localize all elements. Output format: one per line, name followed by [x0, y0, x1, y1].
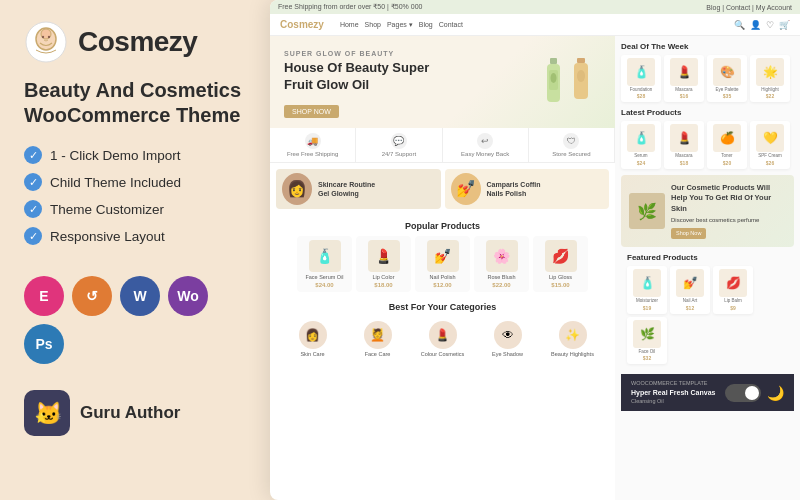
category-face[interactable]: 💆 Face Care: [347, 321, 408, 357]
author-badge: 🐱 ⭐: [24, 390, 70, 436]
deal-title: Deal Of The Week: [621, 42, 794, 51]
deal-product-1[interactable]: 🧴 Foundation $28: [621, 55, 661, 102]
search-icon[interactable]: 🔍: [734, 20, 745, 30]
deal-product-img-2: 💄: [670, 58, 698, 86]
deal-product-name-3: Eye Palette: [715, 87, 738, 92]
svg-rect-11: [577, 58, 585, 63]
nav-blog[interactable]: Blog: [419, 21, 433, 29]
tech-icon-wordpress: W: [120, 276, 160, 316]
mockup-nav: Cosmezy Home Shop Pages ▾ Blog Contact 🔍…: [270, 14, 800, 36]
product-name-4: Rose Blush: [487, 274, 515, 281]
product-card-2[interactable]: 💄 Lip Color $18.00: [356, 236, 411, 293]
cat-name-highlight: Beauty Highlights: [551, 351, 594, 357]
mockup-left-col: SUPER GLOW OF BEAUTY House Of Beauty Sup…: [270, 36, 615, 500]
deal-product-4[interactable]: 🌟 Highlight $22: [750, 55, 790, 102]
nav-home[interactable]: Home: [340, 21, 359, 29]
deal-product-price-4: $22: [766, 93, 774, 99]
tech-icons-row: E ↺ W Wo Ps: [24, 276, 246, 364]
hero-cta-button[interactable]: SHOP NOW: [284, 105, 339, 118]
mockup-right-col: Deal Of The Week 🧴 Foundation $28 💄 Masc…: [615, 36, 800, 500]
product-card-4[interactable]: 🌸 Rose Blush $22.00: [474, 236, 529, 293]
category-highlight[interactable]: ✨ Beauty Highlights: [542, 321, 603, 357]
promo-img-skincare: 👩: [282, 173, 312, 205]
product-card-3[interactable]: 💅 Nail Polish $12.00: [415, 236, 470, 293]
deal-product-2[interactable]: 💄 Mascara $16: [664, 55, 704, 102]
mid-banner-subtitle: Discover best cosmetics perfume: [671, 217, 759, 223]
featured-product-img-1: 🧴: [633, 269, 661, 297]
topbar-links: Blog | Contact | My Account: [706, 4, 792, 11]
latest-product-3[interactable]: 🍊 Toner $20: [707, 121, 747, 168]
mid-banner-img: 🌿: [629, 193, 665, 229]
bottle-svg-2: [570, 56, 592, 106]
featured-product-price-1: $19: [643, 305, 651, 311]
shipping-text: Free Free Shipping: [287, 151, 338, 157]
latest-product-img-2: 💄: [670, 124, 698, 152]
featured-product-name-1: Moisturizer: [636, 298, 658, 303]
product-name-2: Lip Color: [372, 274, 394, 281]
check-icon: ✓: [24, 200, 42, 218]
latest-product-name-4: SPF Cream: [758, 153, 782, 158]
nav-contact[interactable]: Contact: [439, 21, 463, 29]
promo-banner-nails: 💅 Camparis CoffinNails Polish: [445, 169, 610, 209]
deal-product-price-3: $35: [723, 93, 731, 99]
category-eye[interactable]: 👁 Eye Shadow: [477, 321, 538, 357]
account-icon[interactable]: 👤: [750, 20, 761, 30]
product-card-5[interactable]: 💋 Lip Gloss $15.00: [533, 236, 588, 293]
svg-point-4: [48, 36, 50, 38]
feature-item: ✓Responsive Layout: [24, 227, 246, 245]
deal-product-img-1: 🧴: [627, 58, 655, 86]
shipping-icon: 🚚: [305, 133, 321, 149]
feature-icons-row: 🚚 Free Free Shipping 💬 24/7 Support ↩ Ea…: [270, 128, 615, 163]
feature-item: ✓Child Theme Included: [24, 173, 246, 191]
svg-point-3: [42, 36, 44, 38]
featured-product-name-2: Nail Art: [683, 298, 698, 303]
hero-subtitle: SUPER GLOW OF BEAUTY: [284, 50, 429, 57]
category-cosmetics[interactable]: 💄 Colour Cosmetics: [412, 321, 473, 357]
toggle-pill[interactable]: [725, 384, 761, 402]
latest-title: Latest Products: [621, 108, 794, 117]
deal-products-grid: 🧴 Foundation $28 💄 Mascara $16 🎨 Eye Pal…: [621, 55, 794, 102]
moon-icon: 🌙: [767, 385, 784, 401]
product-name-3: Nail Polish: [430, 274, 456, 281]
author-label: Guru Author: [80, 403, 180, 423]
dark-mode-toggle[interactable]: 🌙: [725, 384, 784, 402]
latest-product-price-3: $20: [723, 160, 731, 166]
nav-shop[interactable]: Shop: [365, 21, 381, 29]
latest-product-2[interactable]: 💄 Mascara $18: [664, 121, 704, 168]
feature-support: 💬 24/7 Support: [356, 128, 442, 162]
product-img-4: 🌸: [486, 240, 518, 272]
featured-product-name-4: Face Oil: [639, 349, 656, 354]
deal-section: Deal Of The Week 🧴 Foundation $28 💄 Masc…: [621, 42, 794, 102]
deal-product-img-3: 🎨: [713, 58, 741, 86]
featured-product-3[interactable]: 💋 Lip Balm $9: [713, 266, 753, 313]
latest-products-grid: 🧴 Serum $24 💄 Mascara $18 🍊 Toner: [621, 121, 794, 168]
product-price-1: $24.00: [315, 282, 333, 288]
featured-product-4[interactable]: 🌿 Face Oil $32: [627, 317, 667, 364]
secure-icon: 🛡: [563, 133, 579, 149]
latest-product-1[interactable]: 🧴 Serum $24: [621, 121, 661, 168]
product-img-3: 💅: [427, 240, 459, 272]
svg-point-13: [577, 70, 585, 82]
latest-product-4[interactable]: 💛 SPF Cream $26: [750, 121, 790, 168]
mid-banner-cta[interactable]: Shop Now: [671, 228, 706, 240]
category-skincare[interactable]: 👩 Skin Care: [282, 321, 343, 357]
product-card-1[interactable]: 🧴 Face Serum Oil $24.00: [297, 236, 352, 293]
latest-product-img-1: 🧴: [627, 124, 655, 152]
featured-product-1[interactable]: 🧴 Moisturizer $19: [627, 266, 667, 313]
wishlist-icon[interactable]: ♡: [766, 20, 774, 30]
featured-product-2[interactable]: 💅 Nail Art $12: [670, 266, 710, 313]
return-text: Easy Money Back: [461, 151, 509, 157]
promo-img-nails: 💅: [451, 173, 481, 205]
nav-links: Home Shop Pages ▾ Blog Contact: [340, 21, 726, 29]
deal-product-3[interactable]: 🎨 Eye Palette $35: [707, 55, 747, 102]
product-name-5: Lip Gloss: [549, 274, 572, 281]
nav-pages[interactable]: Pages ▾: [387, 21, 413, 29]
categories-title: Best For Your Categories: [276, 302, 609, 312]
cart-icon[interactable]: 🛒: [779, 20, 790, 30]
product-name-1: Face Serum Oil: [305, 274, 343, 281]
hero-text: SUPER GLOW OF BEAUTY House Of Beauty Sup…: [284, 50, 429, 118]
feature-text: 1 - Click Demo Import: [50, 148, 181, 163]
tech-icon-woocommerce: Wo: [168, 276, 208, 316]
featured-product-price-2: $12: [686, 305, 694, 311]
product-price-2: $18.00: [374, 282, 392, 288]
